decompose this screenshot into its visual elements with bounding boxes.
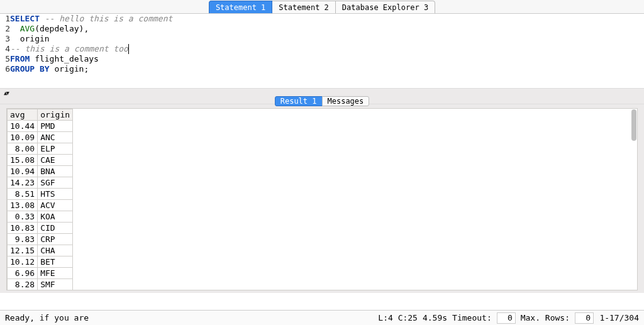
line-number: 2 bbox=[0, 24, 10, 34]
code-content[interactable]: -- this is a comment too bbox=[10, 44, 644, 54]
row-range: 1-17/304 bbox=[599, 313, 639, 322]
editor-line[interactable]: 6GROUP BY origin; bbox=[0, 64, 644, 74]
editor-line[interactable]: 5FROM flight_delays bbox=[0, 54, 644, 64]
status-message: Ready, if you are bbox=[5, 313, 89, 322]
cell[interactable]: 15.08 bbox=[8, 155, 38, 166]
column-header-origin[interactable]: origin bbox=[38, 109, 73, 121]
table-row[interactable]: 13.08ACV bbox=[8, 200, 73, 211]
editor-line[interactable]: 1SELECT -- hello this is a comment bbox=[0, 14, 644, 24]
results-inner: avgorigin10.44PMD10.09ANC8.00ELP15.08CAE… bbox=[6, 108, 638, 290]
result-tab-messages[interactable]: Messages bbox=[322, 96, 370, 106]
timeout-label: Timeout: bbox=[452, 313, 492, 322]
cell[interactable]: PMD bbox=[38, 121, 73, 132]
table-row[interactable]: 12.15CHA bbox=[8, 245, 73, 256]
table-row[interactable]: 10.09ANC bbox=[8, 132, 73, 143]
cell[interactable]: BET bbox=[38, 256, 73, 268]
editor-line[interactable]: 3 origin bbox=[0, 34, 644, 44]
column-header-avg[interactable]: avg bbox=[8, 109, 38, 121]
statusbar: Ready, if you are L:4 C:25 4.59s Timeout… bbox=[0, 310, 644, 325]
cell[interactable]: 8.51 bbox=[8, 189, 38, 200]
table-row[interactable]: 10.12BET bbox=[8, 256, 73, 268]
table-row[interactable]: 14.23SGF bbox=[8, 177, 73, 189]
results-panel: avgorigin10.44PMD10.09ANC8.00ELP15.08CAE… bbox=[0, 104, 644, 293]
cell[interactable]: CAE bbox=[38, 155, 73, 166]
timeout-input[interactable]: 0 bbox=[497, 312, 516, 324]
status-position: L:4 C:25 bbox=[378, 313, 418, 322]
cell[interactable]: 12.15 bbox=[8, 245, 38, 256]
code-content[interactable]: FROM flight_delays bbox=[10, 54, 644, 64]
code-content[interactable]: SELECT -- hello this is a comment bbox=[10, 14, 644, 24]
table-row[interactable]: 0.33KOA bbox=[8, 211, 73, 223]
maxrows-input[interactable]: 0 bbox=[575, 312, 594, 324]
table-row[interactable]: 9.37CAK bbox=[8, 290, 73, 291]
cell[interactable]: BNA bbox=[38, 166, 73, 177]
cell[interactable]: CRP bbox=[38, 234, 73, 245]
table-row[interactable]: 8.00ELP bbox=[8, 143, 73, 155]
tab-database-explorer-3[interactable]: Database Explorer 3 bbox=[336, 1, 435, 13]
table-row[interactable]: 6.96MFE bbox=[8, 268, 73, 279]
line-number: 3 bbox=[0, 34, 10, 44]
cell[interactable]: 8.00 bbox=[8, 143, 38, 155]
results-scrollbar[interactable] bbox=[631, 109, 636, 141]
tab-statement-2[interactable]: Statement 2 bbox=[272, 1, 335, 13]
line-number: 5 bbox=[0, 54, 10, 64]
cell[interactable]: 0.33 bbox=[8, 211, 38, 223]
line-number: 6 bbox=[0, 64, 10, 74]
table-row[interactable]: 8.28SMF bbox=[8, 279, 73, 290]
status-time: 4.59s bbox=[423, 313, 447, 322]
table-row[interactable]: 15.08CAE bbox=[8, 155, 73, 166]
table-row[interactable]: 9.83CRP bbox=[8, 234, 73, 245]
editor-line[interactable]: 4-- this is a comment too bbox=[0, 44, 644, 54]
cell[interactable]: ELP bbox=[38, 143, 73, 155]
cell[interactable]: 10.44 bbox=[8, 121, 38, 132]
cell[interactable]: SMF bbox=[38, 279, 73, 290]
text-cursor bbox=[128, 44, 129, 54]
cell[interactable]: 10.94 bbox=[8, 166, 38, 177]
table-row[interactable]: 10.83CID bbox=[8, 223, 73, 234]
results-table: avgorigin10.44PMD10.09ANC8.00ELP15.08CAE… bbox=[7, 109, 73, 290]
line-number: 1 bbox=[0, 14, 10, 24]
table-row[interactable]: 10.44PMD bbox=[8, 121, 73, 132]
result-tabbar: Result 1Messages bbox=[0, 96, 644, 105]
maxrows-label: Max. Rows: bbox=[521, 313, 570, 322]
cell[interactable]: 9.83 bbox=[8, 234, 38, 245]
cell[interactable]: CAK bbox=[38, 290, 73, 291]
editor-line[interactable]: 2 AVG(depdelay), bbox=[0, 24, 644, 34]
cell[interactable]: ACV bbox=[38, 200, 73, 211]
cell[interactable]: KOA bbox=[38, 211, 73, 223]
code-content[interactable]: AVG(depdelay), bbox=[10, 24, 644, 34]
line-number: 4 bbox=[0, 44, 10, 54]
cell[interactable]: 9.37 bbox=[8, 290, 38, 291]
code-content[interactable]: origin bbox=[10, 34, 644, 44]
result-tab-result-1[interactable]: Result 1 bbox=[275, 96, 323, 106]
cell[interactable]: 13.08 bbox=[8, 200, 38, 211]
splitter[interactable]: ▲▼ Result 1Messages bbox=[0, 88, 644, 104]
table-row[interactable]: 8.51HTS bbox=[8, 189, 73, 200]
tab-statement-1[interactable]: Statement 1 bbox=[209, 1, 272, 13]
cell[interactable]: CID bbox=[38, 223, 73, 234]
cell[interactable]: ANC bbox=[38, 132, 73, 143]
cell[interactable]: HTS bbox=[38, 189, 73, 200]
cell[interactable]: 6.96 bbox=[8, 268, 38, 279]
table-row[interactable]: 10.94BNA bbox=[8, 166, 73, 177]
drag-handle-icon[interactable]: ▲▼ bbox=[0, 89, 644, 96]
cell[interactable]: 10.12 bbox=[8, 256, 38, 268]
cell[interactable]: CHA bbox=[38, 245, 73, 256]
cell[interactable]: MFE bbox=[38, 268, 73, 279]
cell[interactable]: 10.83 bbox=[8, 223, 38, 234]
cell[interactable]: 8.28 bbox=[8, 279, 38, 290]
code-content[interactable]: GROUP BY origin; bbox=[10, 64, 644, 74]
sql-editor[interactable]: 1SELECT -- hello this is a comment2 AVG(… bbox=[0, 14, 644, 88]
cell[interactable]: SGF bbox=[38, 177, 73, 189]
cell[interactable]: 14.23 bbox=[8, 177, 38, 189]
cell[interactable]: 10.09 bbox=[8, 132, 38, 143]
top-tabbar: Statement 1Statement 2Database Explorer … bbox=[0, 0, 644, 14]
table-header-row: avgorigin bbox=[8, 109, 73, 121]
